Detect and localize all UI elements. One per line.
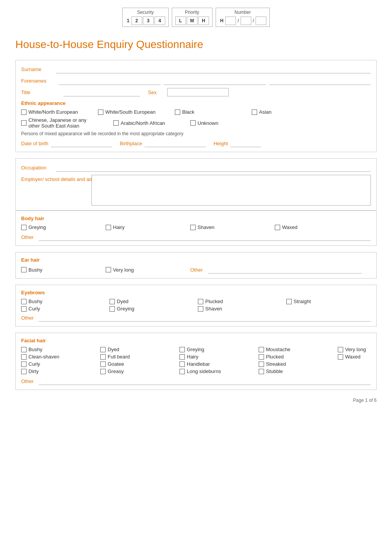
number-box2[interactable]: [241, 17, 251, 25]
fh-full-beard-cb[interactable]: [100, 354, 106, 360]
eyebrows-other-label: Other: [21, 315, 37, 321]
fh-goatee-cb[interactable]: [100, 362, 106, 367]
number-box1[interactable]: [225, 17, 236, 25]
fh-curly-label: Curly: [28, 361, 40, 367]
ear-hair-very-long-cb[interactable]: [106, 267, 111, 272]
eyebrows-greying: Greying: [110, 306, 186, 312]
page-number: Page 1 of 6: [15, 398, 377, 403]
priority-cells: L M H: [175, 17, 209, 25]
body-hair-hairy-cb[interactable]: [106, 225, 111, 230]
eyebrows-shaven-cb[interactable]: [198, 306, 203, 312]
eyebrows-dyed-cb[interactable]: [110, 299, 115, 304]
fh-greasy-label: Greasy: [108, 368, 124, 374]
eyebrows-straight-cb[interactable]: [286, 299, 292, 304]
ethnic-black-checkbox[interactable]: [175, 109, 180, 115]
fh-streaked-label: Streaked: [266, 361, 286, 367]
body-hair-greying-cb[interactable]: [21, 225, 27, 230]
facial-hair-other-input[interactable]: [39, 377, 371, 385]
page-title: House-to-House Enquiry Questionnaire: [15, 38, 377, 51]
body-hair-shaven-cb[interactable]: [190, 225, 196, 230]
priority-box-l[interactable]: L: [175, 17, 186, 25]
ethnic-chinese-label: Chinese, Japanese or anyother South East…: [28, 117, 86, 129]
dob-input[interactable]: [51, 139, 112, 147]
fh-handlebar-cb[interactable]: [179, 362, 185, 367]
forenames-input2[interactable]: [164, 76, 266, 85]
eyebrows-dyed: Dyed: [110, 299, 186, 304]
fh-greasy-cb[interactable]: [100, 369, 106, 374]
fh-dirty-label: Dirty: [28, 368, 39, 374]
fh-greying-cb[interactable]: [179, 347, 185, 352]
fh-moustache: Moustache: [259, 347, 328, 352]
fh-handlebar-label: Handlebar: [187, 361, 210, 367]
height-label: Height: [214, 141, 228, 146]
body-hair-waxed-cb[interactable]: [275, 225, 280, 230]
eyebrows-other-input[interactable]: [39, 314, 371, 322]
ethnic-note: Persons of mixed appearance will be reco…: [21, 131, 371, 136]
number-box3[interactable]: [256, 17, 266, 25]
priority-box-h[interactable]: H: [198, 17, 209, 25]
fh-full-beard-label: Full beard: [108, 354, 130, 360]
fh-bushy-cb[interactable]: [21, 347, 27, 352]
fh-hairy: Hairy: [179, 354, 249, 360]
ethnic-asian-checkbox[interactable]: [252, 109, 257, 115]
body-hair-other-input[interactable]: [39, 233, 371, 241]
forenames-input3[interactable]: [269, 76, 371, 85]
forenames-input1[interactable]: [59, 76, 161, 85]
fh-dyed-cb[interactable]: [100, 347, 106, 352]
fh-bushy: Bushy: [21, 347, 90, 352]
occupation-input[interactable]: [56, 163, 371, 172]
surname-row: Surname: [21, 65, 371, 73]
fh-streaked: Streaked: [259, 361, 328, 367]
eyebrows-curly-cb[interactable]: [21, 306, 27, 312]
eyebrows-straight: Straight: [286, 299, 363, 304]
eyebrows-straight-label: Straight: [294, 299, 311, 304]
fh-streaked-cb[interactable]: [259, 362, 264, 367]
ear-hair-other-input[interactable]: [208, 266, 362, 274]
number-group: Number H / /: [216, 8, 270, 27]
fh-goatee-label: Goatee: [108, 361, 124, 367]
fh-curly-cb[interactable]: [21, 362, 27, 367]
title-input[interactable]: [63, 88, 140, 96]
occupation-row: Occupation: [21, 163, 371, 172]
eyebrows-plucked-cb[interactable]: [198, 299, 203, 304]
fh-stubble-cb[interactable]: [259, 369, 264, 374]
facial-hair-grid: Bushy Dyed Greying Moustache Very long C…: [21, 347, 371, 374]
eyebrows-bushy-cb[interactable]: [21, 299, 27, 304]
sex-input[interactable]: [167, 88, 229, 96]
fh-hairy-cb[interactable]: [179, 354, 185, 360]
fh-waxed-label: Waxed: [345, 354, 360, 360]
eyebrows-shaven: Shaven: [198, 306, 275, 312]
ethnic-chinese-checkbox[interactable]: [21, 120, 27, 126]
height-input[interactable]: [230, 139, 261, 147]
occupation-label: Occupation: [21, 165, 56, 171]
body-hair-hairy: Hairy: [106, 224, 175, 230]
ear-hair-bushy-cb[interactable]: [21, 267, 27, 272]
security-box2[interactable]: 2: [131, 17, 142, 25]
fh-waxed-cb[interactable]: [338, 354, 343, 360]
fh-very-long-cb[interactable]: [338, 347, 343, 352]
ethnic-unknown: Unknown: [190, 117, 259, 129]
employer-textarea[interactable]: [91, 175, 371, 206]
fh-moustache-cb[interactable]: [259, 347, 264, 352]
header-boxes: Security 1 2 3 4 Priority L M H Number H…: [122, 8, 270, 27]
ethnic-unknown-checkbox[interactable]: [190, 120, 196, 126]
priority-box-m[interactable]: M: [187, 17, 198, 25]
fh-waxed: Waxed: [338, 354, 392, 360]
security-box4[interactable]: 4: [154, 17, 165, 25]
ethnic-options-row1: White/North European White/South Europea…: [21, 109, 371, 115]
fh-plucked-cb[interactable]: [259, 354, 264, 360]
eyebrows-greying-cb[interactable]: [110, 306, 115, 312]
ethnic-white-south-checkbox[interactable]: [98, 109, 103, 115]
fh-dirty-cb[interactable]: [21, 369, 27, 374]
birthplace-input[interactable]: [145, 139, 206, 147]
fh-greying: Greying: [179, 347, 249, 352]
eyebrows-plucked: Plucked: [198, 299, 275, 304]
fh-clean-shaven-cb[interactable]: [21, 354, 27, 360]
fh-long-sideburns-cb[interactable]: [179, 369, 185, 374]
security-box3[interactable]: 3: [143, 17, 154, 25]
surname-input[interactable]: [56, 65, 371, 73]
fh-clean-shaven: Clean-shaven: [21, 354, 90, 360]
body-hair-waxed-label: Waxed: [282, 224, 297, 230]
ethnic-arabic-checkbox[interactable]: [113, 120, 119, 126]
ethnic-white-north-checkbox[interactable]: [21, 109, 27, 115]
